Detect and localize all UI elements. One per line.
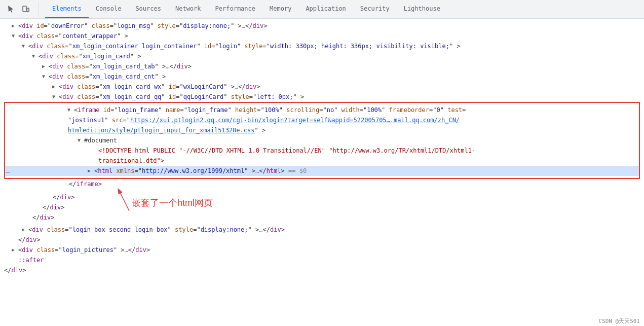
dom-line[interactable]: </div>: [0, 265, 644, 275]
annotation-area: </div> </div> </div>: [0, 189, 644, 225]
tabs: Elements Console Sources Network Perform…: [45, 0, 447, 18]
dom-line[interactable]: transitional.dtd">: [5, 156, 639, 166]
dom-viewer: ▶ <div id="downError" class="login_msg" …: [0, 19, 644, 326]
dom-line[interactable]: </div>: [0, 212, 74, 223]
tab-sources[interactable]: Sources: [128, 0, 168, 18]
dom-line[interactable]: htmledition/style/ptlogin_input_for_xmai…: [5, 125, 639, 135]
tab-console[interactable]: Console: [89, 0, 129, 18]
dom-line[interactable]: ▼ <div class="xm_login_card_cnt" >: [0, 71, 644, 82]
dom-line[interactable]: </div>: [0, 235, 644, 245]
triangle-icon[interactable]: ▼: [51, 92, 57, 101]
dom-line[interactable]: </div>: [0, 192, 74, 202]
triangle-icon[interactable]: ▼: [30, 52, 36, 61]
dom-line[interactable]: ▶ <div class="login_pictures" >…</div>: [0, 245, 644, 255]
triangle-icon[interactable]: ▼: [66, 105, 72, 115]
dom-line[interactable]: ::after: [0, 255, 644, 265]
svg-rect-0: [23, 6, 26, 12]
dom-line[interactable]: ▼ <div class="xm_login_container login_c…: [0, 41, 644, 51]
triangle-icon[interactable]: ▼: [10, 31, 16, 41]
dom-line[interactable]: ▶ <div id="downError" class="login_msg" …: [0, 21, 644, 31]
dom-line[interactable]: ▶ <div class="login_box second_login_box…: [0, 225, 644, 235]
triangle-icon[interactable]: ▶: [10, 245, 16, 255]
tab-lighthouse[interactable]: Lighthouse: [397, 0, 447, 18]
device-icon[interactable]: [19, 3, 32, 16]
iframe-src-link-2[interactable]: htmledition/style/ptlogin_input_for_xmai…: [68, 127, 254, 134]
dom-line[interactable]: ▼ <div class="xm_login_card" >: [0, 51, 644, 61]
tab-security[interactable]: Security: [353, 0, 397, 18]
dom-line[interactable]: ▶ <div class="xm_login_card_tab" >…</div…: [0, 61, 644, 71]
dom-line[interactable]: <!DOCTYPE html PUBLIC "-//W3C//DTD XHTML…: [5, 146, 639, 156]
toolbar-icons: [4, 3, 39, 16]
annotation-text: 嵌套了一个html网页: [132, 197, 213, 209]
watermark: CSDN @天天501: [598, 318, 640, 324]
triangle-icon[interactable]: ▶: [20, 225, 26, 234]
dom-line[interactable]: ▼ #document: [5, 135, 639, 146]
triangle-icon[interactable]: ▼: [41, 72, 47, 81]
svg-rect-1: [27, 8, 29, 12]
svg-line-3: [119, 191, 129, 211]
dom-line[interactable]: </div>: [0, 202, 74, 212]
toolbar: Elements Console Sources Network Perform…: [0, 0, 644, 19]
cursor-icon[interactable]: [4, 3, 17, 16]
tab-network[interactable]: Network: [168, 0, 208, 18]
dom-line-selected[interactable]: … ▶ <html xmlns="http://www.w3.org/1999/…: [5, 166, 639, 176]
triangle-icon[interactable]: ▶: [41, 62, 47, 71]
triangle-icon[interactable]: ▶: [86, 166, 92, 175]
triangle-icon[interactable]: ▶: [51, 82, 57, 91]
dom-line[interactable]: "jostinsu1" src="https://xui.ptlogin2.qq…: [5, 115, 639, 125]
dom-line[interactable]: ▼ <iframe id="login_frame" name="login_f…: [5, 105, 639, 115]
dom-line[interactable]: ▼ <div class="content_wrapper" >: [0, 31, 644, 41]
triangle-icon[interactable]: ▶: [10, 21, 16, 30]
dom-line[interactable]: </iframe>: [0, 179, 644, 189]
tab-performance[interactable]: Performance: [208, 0, 262, 18]
tab-application[interactable]: Application: [298, 0, 353, 18]
dom-line[interactable]: ▶ <div class="xm_login_card_wx" id="wxLo…: [0, 82, 644, 92]
tab-elements[interactable]: Elements: [45, 0, 89, 18]
tab-memory[interactable]: Memory: [262, 0, 298, 18]
red-box-highlight: ▼ <iframe id="login_frame" name="login_f…: [4, 102, 640, 179]
iframe-src-link[interactable]: https://xui.ptlogin2.qq.com/cgi-bin/xlog…: [130, 117, 460, 124]
bottom-bar: CSDN @天天501: [594, 316, 644, 326]
dom-line[interactable]: ▼ <div class="xm_login_card_qq" id="qqLo…: [0, 92, 644, 102]
triangle-icon[interactable]: ▼: [76, 136, 82, 145]
triangle-icon[interactable]: ▼: [20, 42, 26, 51]
